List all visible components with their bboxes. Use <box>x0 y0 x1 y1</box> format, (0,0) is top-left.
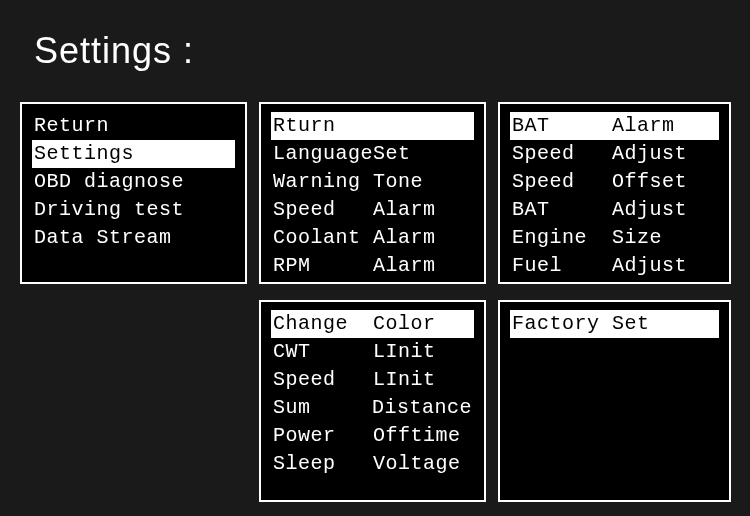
menu-item-change-color[interactable]: Change Color <box>271 310 474 338</box>
label-col1: Speed <box>512 140 612 168</box>
menu-item-sum-distance[interactable]: Sum Distance <box>271 394 474 422</box>
label-col2: Offtime <box>373 422 461 450</box>
label-col2: Offset <box>612 168 687 196</box>
label-col1: Sum <box>273 394 372 422</box>
label-col2: Set <box>612 310 650 338</box>
menu-panel-1: Return Settings OBD diagnose Driving tes… <box>20 102 247 284</box>
label-col1: Language <box>273 140 373 168</box>
page-title: Settings : <box>0 0 750 72</box>
label-col2: Color <box>373 310 436 338</box>
label-col2: Set <box>373 140 411 168</box>
menu-item-factory-set[interactable]: Factory Set <box>510 310 719 338</box>
label-col1: CWT <box>273 338 373 366</box>
menu-panel-5: Factory Set <box>498 300 731 502</box>
menu-item-bat-alarm[interactable]: BAT Alarm <box>510 112 719 140</box>
label-col2: Alarm <box>612 112 675 140</box>
menu-item-settings[interactable]: Settings <box>32 140 235 168</box>
menu-item-rpm-alarm[interactable]: RPM Alarm <box>271 252 474 280</box>
label-col2: Size <box>612 224 662 252</box>
label-col2: Adjust <box>612 140 687 168</box>
menu-item-data-stream[interactable]: Data Stream <box>32 224 235 252</box>
panels-container: Return Settings OBD diagnose Driving tes… <box>20 102 740 511</box>
label-col1: Speed <box>273 196 373 224</box>
menu-item-fuel-adjust[interactable]: Fuel Adjust <box>510 252 719 280</box>
label-col2: Alarm <box>373 224 436 252</box>
label-col1: Rturn <box>273 112 373 140</box>
label-col1: Coolant <box>273 224 373 252</box>
label-col1: Speed <box>512 168 612 196</box>
menu-item-speed-adjust[interactable]: Speed Adjust <box>510 140 719 168</box>
label-col2: LInit <box>373 338 436 366</box>
menu-item-cwt-linit[interactable]: CWT LInit <box>271 338 474 366</box>
label-col1: Fuel <box>512 252 612 280</box>
menu-item-driving-test[interactable]: Driving test <box>32 196 235 224</box>
menu-panel-4: Change Color CWT LInit Speed LInit Sum D… <box>259 300 486 502</box>
menu-item-bat-adjust[interactable]: BAT Adjust <box>510 196 719 224</box>
label-col1: Engine <box>512 224 612 252</box>
label-col2: LInit <box>373 366 436 394</box>
label-col2: Adjust <box>612 252 687 280</box>
menu-item-return[interactable]: Return <box>32 112 235 140</box>
label-col1: Speed <box>273 366 373 394</box>
menu-item-power-offtime[interactable]: Power Offtime <box>271 422 474 450</box>
menu-item-engine-size[interactable]: Engine Size <box>510 224 719 252</box>
label-col1: Sleep <box>273 450 373 478</box>
menu-item-warning-tone[interactable]: Warning Tone <box>271 168 474 196</box>
menu-item-obd-diagnose[interactable]: OBD diagnose <box>32 168 235 196</box>
menu-item-speed-linit[interactable]: Speed LInit <box>271 366 474 394</box>
label-col1: BAT <box>512 112 612 140</box>
label-col1: Factory <box>512 310 612 338</box>
label-col1: RPM <box>273 252 373 280</box>
menu-item-sleep-voltage[interactable]: Sleep Voltage <box>271 450 474 478</box>
label-col1: Warning <box>273 168 373 196</box>
menu-item-speed-alarm[interactable]: Speed Alarm <box>271 196 474 224</box>
label-col1: Change <box>273 310 373 338</box>
label-col2: Tone <box>373 168 423 196</box>
menu-panel-3: BAT Alarm Speed Adjust Speed Offset BAT … <box>498 102 731 284</box>
menu-item-rturn[interactable]: Rturn <box>271 112 474 140</box>
menu-panel-2: Rturn Language Set Warning Tone Speed Al… <box>259 102 486 284</box>
label-col2: Alarm <box>373 252 436 280</box>
label-col2: Adjust <box>612 196 687 224</box>
label-col1: BAT <box>512 196 612 224</box>
menu-item-language-set[interactable]: Language Set <box>271 140 474 168</box>
label-col2: Distance <box>372 394 472 422</box>
menu-item-speed-offset[interactable]: Speed Offset <box>510 168 719 196</box>
menu-item-coolant-alarm[interactable]: Coolant Alarm <box>271 224 474 252</box>
label-col1: Power <box>273 422 373 450</box>
label-col2: Voltage <box>373 450 461 478</box>
label-col2: Alarm <box>373 196 436 224</box>
